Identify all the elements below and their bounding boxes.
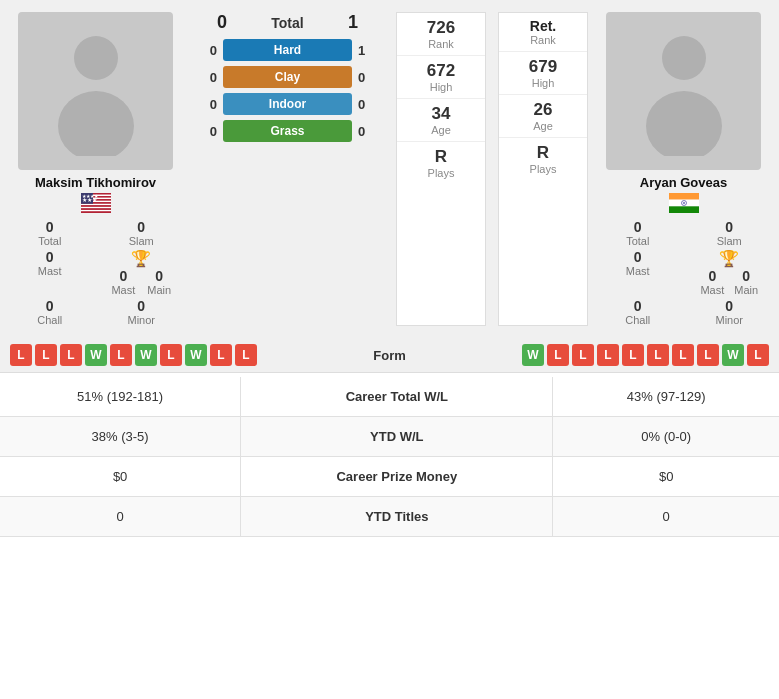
left-slam-stat: 0 Slam: [129, 219, 154, 247]
form-badge-left: L: [35, 344, 57, 366]
left-player-stats: 0 Total 0 Slam 0 Mast 🏆: [8, 219, 183, 326]
right-age-item: 26 Age: [499, 95, 587, 138]
surface-row-hard: 0 Hard 1: [187, 38, 388, 62]
stat-right-val: $0: [553, 457, 779, 497]
stats-row: 0 YTD Titles 0: [0, 497, 779, 537]
form-badge-right: W: [722, 344, 744, 366]
form-badge-left: W: [135, 344, 157, 366]
grass-left-score: 0: [187, 124, 223, 139]
form-badge-left: L: [10, 344, 32, 366]
left-trophy-icon: 🏆: [131, 249, 151, 268]
form-badge-right: L: [572, 344, 594, 366]
left-minor-stat: 0 Minor: [127, 298, 155, 326]
svg-point-1: [58, 91, 134, 156]
svg-point-0: [74, 36, 118, 80]
main-container: Maksim Tikhomirov: [0, 0, 779, 537]
right-rank-item: Ret. Rank: [499, 13, 587, 52]
form-badge-left: W: [185, 344, 207, 366]
stat-right-val: 43% (97-129): [553, 377, 779, 417]
right-player-card: Aryan Goveas 0 Total 0 Slam: [596, 12, 771, 326]
indoor-badge: Indoor: [223, 93, 352, 115]
stats-table: 51% (192-181) Career Total W/L 43% (97-1…: [0, 377, 779, 537]
form-badge-right: L: [647, 344, 669, 366]
form-badge-right: L: [622, 344, 644, 366]
surface-row-grass: 0 Grass 0: [187, 119, 388, 143]
center-column: 0 Total 1 0 Hard 1 0 Clay 0 0 Indoor 0 0: [187, 12, 388, 326]
stat-left-val: $0: [0, 457, 241, 497]
svg-rect-14: [81, 211, 111, 213]
hard-left-score: 0: [187, 43, 223, 58]
right-center-info-box: Ret. Rank 679 High 26 Age R Plays: [498, 12, 588, 326]
svg-rect-10: [81, 205, 111, 207]
svg-rect-9: [81, 204, 111, 206]
stat-center-label: YTD W/L: [241, 417, 553, 457]
form-badge-right: L: [547, 344, 569, 366]
stat-left-val: 0: [0, 497, 241, 537]
grass-badge: Grass: [223, 120, 352, 142]
left-plays-item: R Plays: [397, 142, 485, 184]
left-rank-item: 726 Rank: [397, 13, 485, 56]
form-section: LLLWLWLWLL Form WLLLLLLLWL: [0, 338, 779, 373]
stat-center-label: Career Total W/L: [241, 377, 553, 417]
right-mast-stat: 0 Mast: [626, 249, 650, 296]
svg-text:★★★★: ★★★★: [82, 193, 99, 199]
stats-row: 51% (192-181) Career Total W/L 43% (97-1…: [0, 377, 779, 417]
right-minor-stat: 0 Minor: [715, 298, 743, 326]
stat-left-val: 51% (192-181): [0, 377, 241, 417]
svg-rect-11: [81, 207, 111, 209]
right-player-avatar: [606, 12, 761, 170]
left-mast2: 0 Mast: [111, 268, 135, 296]
stat-center-label: YTD Titles: [241, 497, 553, 537]
form-badge-left: L: [160, 344, 182, 366]
left-center-info-box: 726 Rank 672 High 34 Age R Plays: [396, 12, 486, 326]
left-trophy-main: 🏆 0 Mast 0 Main: [111, 249, 171, 296]
indoor-right-score: 0: [352, 97, 388, 112]
grass-right-score: 0: [352, 124, 388, 139]
comparison-area: Maksim Tikhomirov: [0, 0, 779, 338]
right-total-stat: 0 Total: [626, 219, 649, 247]
stat-right-val: 0% (0-0): [553, 417, 779, 457]
stat-center-label: Career Prize Money: [241, 457, 553, 497]
form-badge-right: L: [597, 344, 619, 366]
clay-badge: Clay: [223, 66, 352, 88]
surface-row-clay: 0 Clay 0: [187, 65, 388, 89]
form-badge-left: L: [60, 344, 82, 366]
form-badge-left: L: [110, 344, 132, 366]
right-slam-stat: 0 Slam: [717, 219, 742, 247]
left-player-flag: ★★★ ★★★★: [81, 193, 111, 213]
right-player-name: Aryan Goveas: [640, 175, 727, 190]
left-player-avatar: [18, 12, 173, 170]
stat-left-val: 38% (3-5): [0, 417, 241, 457]
svg-point-19: [646, 91, 722, 156]
surface-row-indoor: 0 Indoor 0: [187, 92, 388, 116]
right-player-stats: 0 Total 0 Slam 0 Mast 🏆 0 Mast: [596, 219, 771, 326]
left-high-item: 672 High: [397, 56, 485, 99]
form-badge-right: L: [747, 344, 769, 366]
stats-row: 38% (3-5) YTD W/L 0% (0-0): [0, 417, 779, 457]
left-form-badges: LLLWLWLWLL: [10, 344, 320, 366]
left-player-card: Maksim Tikhomirov: [8, 12, 183, 326]
clay-right-score: 0: [352, 70, 388, 85]
form-badge-right: L: [697, 344, 719, 366]
form-badge-left: L: [210, 344, 232, 366]
stat-right-val: 0: [553, 497, 779, 537]
svg-rect-12: [81, 208, 111, 210]
svg-point-18: [662, 36, 706, 80]
right-form-badges: WLLLLLLLWL: [460, 344, 770, 366]
svg-point-24: [683, 202, 685, 204]
left-total-stat: 0 Total: [38, 219, 61, 247]
clay-left-score: 0: [187, 70, 223, 85]
left-mast-stat: 0 Mast: [38, 249, 62, 296]
right-plays-item: R Plays: [499, 138, 587, 180]
form-badge-left: L: [235, 344, 257, 366]
total-score-row: 0 Total 1: [187, 12, 388, 33]
hard-badge: Hard: [223, 39, 352, 61]
svg-rect-20: [669, 193, 699, 200]
form-badge-right: L: [672, 344, 694, 366]
left-age-item: 34 Age: [397, 99, 485, 142]
right-high-item: 679 High: [499, 52, 587, 95]
indoor-left-score: 0: [187, 97, 223, 112]
stats-row: $0 Career Prize Money $0: [0, 457, 779, 497]
svg-rect-13: [81, 210, 111, 212]
right-trophy-icon: 🏆: [719, 249, 739, 268]
